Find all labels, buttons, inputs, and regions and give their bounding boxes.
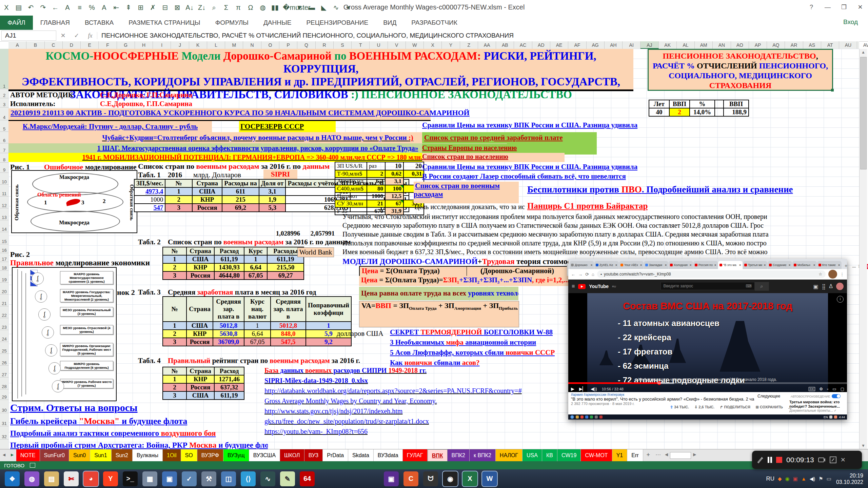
sheet-nav-left[interactable]: ◂	[0, 449, 8, 462]
camera-icon[interactable]	[818, 457, 826, 463]
mil-link-0[interactable]: СЕКРЕТ ТЕРМОЯДЕРНОЙ БОЕГОЛОВКИ W-88	[390, 328, 555, 338]
like-button[interactable]: ⇧ 34 ТЫС.	[670, 405, 689, 409]
column-header-W[interactable]: W	[406, 41, 424, 49]
sheet-tab-к ВПК2[interactable]: к ВПК2	[470, 449, 496, 462]
hscroll-thumb[interactable]	[670, 452, 691, 459]
taskbar-ccleaner[interactable]: C	[403, 471, 418, 486]
taskbar-chrome[interactable]: ◕	[83, 471, 98, 486]
row-header-14[interactable]: 14	[0, 220, 8, 232]
sheet-tab-Err[interactable]: Err	[627, 449, 643, 462]
column-header-B[interactable]: B	[26, 41, 44, 49]
stream-link-1[interactable]: Гибель крейсера "Москва" и будущее флота	[10, 416, 268, 429]
tray-display-icon[interactable]: ▭	[827, 476, 831, 482]
link-laser[interactable]: В России создают Лазер способный сбивать…	[422, 172, 626, 181]
column-header-AV[interactable]: AV	[857, 41, 868, 49]
row-header-6[interactable]: 6	[0, 132, 8, 143]
browser-tab[interactable]: ZyXEL Ke✕	[594, 261, 619, 269]
tray-nvidia-icon[interactable]: ◉	[785, 476, 790, 482]
column-header-C[interactable]: C	[45, 41, 63, 49]
taskbar-task-scheduler[interactable]: ✓	[182, 471, 197, 486]
sheet-tab-ВПК2[interactable]: ВПК2	[448, 449, 470, 462]
data-link-6[interactable]: https://youtu.be/vam-_KImp08?t=656	[264, 428, 604, 438]
taskbar-notepad[interactable]: ✎	[280, 471, 295, 486]
link-drones[interactable]: Беспилотники против ПВО. Подробнейший ан…	[527, 184, 860, 195]
sheet-tab-Y1[interactable]: Y1	[612, 449, 628, 462]
edit-icon[interactable]	[830, 456, 836, 463]
stream-link-0[interactable]: Стрим. Ответы на вопросы	[10, 402, 268, 416]
tab-close-icon[interactable]: ✕	[813, 264, 815, 267]
browser-tab[interactable]: Закладки✕	[644, 261, 668, 269]
next-video-thumbnail[interactable]	[757, 400, 787, 416]
scroll-thumb[interactable]	[860, 57, 867, 169]
column-header-I[interactable]: I	[153, 41, 171, 49]
data-link-5[interactable]: gks.ru/free_doc/new_site/population/trud…	[264, 418, 604, 428]
row-header-4[interactable]: 4	[0, 107, 8, 120]
column-header-AF[interactable]: AF	[568, 41, 586, 49]
column-header-P[interactable]: P	[279, 41, 297, 49]
taskbar-x64[interactable]: 64	[300, 471, 315, 486]
sheet-tab-Sun0[interactable]: Sun0	[69, 449, 90, 462]
row-header-10[interactable]: 10	[0, 173, 8, 185]
share-button[interactable]: ↱ ПОДЕЛИТЬСЯ	[720, 405, 750, 409]
scroll-up-arrow[interactable]: ▲	[860, 49, 867, 56]
sheet-tab-Sun1[interactable]: Sun1	[90, 449, 111, 462]
taskbar-excel[interactable]: X	[462, 471, 477, 486]
sheet-tab-НАЛОГ[interactable]: НАЛОГ	[496, 449, 522, 462]
mil-link-1[interactable]: 3 Необъяснимых мифа авиационной истории	[390, 338, 555, 348]
hscroll-right-arrow[interactable]: ▶	[691, 449, 698, 462]
browser-tab[interactable]: Третья ми✕	[743, 261, 767, 269]
column-header-L[interactable]: L	[207, 41, 225, 49]
ribbon-tab-разметка страницы[interactable]: РАЗМЕТКА СТРАНИЦЫ	[121, 16, 208, 30]
miniplayer-icon[interactable]: ▫	[827, 387, 828, 391]
upload-video-icon[interactable]: ▣	[813, 283, 818, 290]
taskbar-app-drop[interactable]: ◍	[24, 471, 39, 486]
row-header-16[interactable]: 16	[0, 244, 8, 253]
row-header-22[interactable]: 22	[0, 306, 8, 318]
row-header-13[interactable]: 13	[0, 208, 8, 220]
column-header-AM[interactable]: AM	[695, 41, 713, 49]
data-link-4[interactable]: http://www.stats.gov.cn/tjsj/ndsj/2017/i…	[264, 407, 604, 418]
column-header-AD[interactable]: AD	[532, 41, 550, 49]
stream-link-2[interactable]: Подробный анализ тактики современного во…	[10, 429, 268, 441]
column-header-V[interactable]: V	[388, 41, 406, 49]
row-header-19[interactable]: 19	[0, 271, 8, 283]
link-marx[interactable]: К.Маркс/Мордехай: Путину - доллар, Стали…	[23, 122, 198, 130]
column-header-U[interactable]: U	[370, 41, 388, 49]
row-header-24[interactable]: 24	[0, 330, 8, 342]
row-header-5[interactable]: 5	[0, 120, 8, 132]
sheet-tab-NOTE[interactable]: NOTE	[16, 449, 40, 462]
browser-tab[interactable]: Холодная✕	[669, 261, 693, 269]
link-1941[interactable]: 1941 г. МОБИЛИЗАЦИОННЫЙ ПОТЕНЦИАЛ: ГЕРМА…	[82, 154, 433, 161]
sheet-nav-right[interactable]: ▸	[8, 449, 16, 462]
browser-menu-icon[interactable]: ⋮	[840, 272, 844, 277]
column-header-J[interactable]: J	[171, 41, 189, 49]
mil-link-2[interactable]: 5 Асов Люфтваффе, которых сбили новички …	[390, 348, 555, 359]
close-button[interactable]: ✕	[852, 0, 868, 14]
row-header-29[interactable]: 29	[0, 389, 8, 400]
column-header-AE[interactable]: AE	[550, 41, 568, 49]
ribbon-tab-вставка[interactable]: ВСТАВКА	[77, 16, 121, 30]
tray-volume-icon[interactable]: ◀)	[810, 476, 815, 482]
ribbon-tab-данные[interactable]: ДАННЫЕ	[256, 16, 299, 30]
taskbar-yandex-browser[interactable]: Y	[103, 471, 118, 486]
column-headers[interactable]: ABCDEFGHIJKLMNOPQRSTUVWXYZAAABACADAEAFAG…	[8, 41, 859, 49]
theater-icon[interactable]: ▭	[832, 387, 836, 391]
browser-tab[interactable]: "В это ма✕	[718, 261, 743, 269]
column-header-AB[interactable]: AB	[496, 41, 514, 49]
pension-banner-selected-cell[interactable]: ПЕНСИОННОЕ ЗАКОНОДАТЕЛЬСТВО, РАСЧЁТ % ОТ…	[648, 49, 833, 91]
fx-icon[interactable]: fx	[83, 32, 97, 39]
column-header-AL[interactable]: AL	[677, 41, 695, 49]
stop-icon[interactable]	[776, 457, 782, 463]
tab-close-icon[interactable]: ✕	[714, 264, 716, 267]
column-header-AT[interactable]: AT	[821, 41, 839, 49]
captions-icon[interactable]: CC	[809, 387, 815, 391]
sheet-tab-ВУЗdata[interactable]: ВУЗdata	[374, 449, 403, 462]
ribbon-tab-рецензирование[interactable]: РЕЦЕНЗИРОВАНИЕ	[299, 16, 376, 30]
enter-icon[interactable]: ✓	[70, 32, 83, 39]
column-header-AS[interactable]: AS	[803, 41, 821, 49]
sheet-tab-SO[interactable]: SO	[181, 449, 197, 462]
minimize-button[interactable]: —	[820, 0, 835, 14]
language-indicator[interactable]: RU	[766, 475, 775, 482]
tab-close-icon[interactable]: ✕	[640, 264, 642, 267]
column-header-AI[interactable]: AI	[623, 41, 640, 49]
